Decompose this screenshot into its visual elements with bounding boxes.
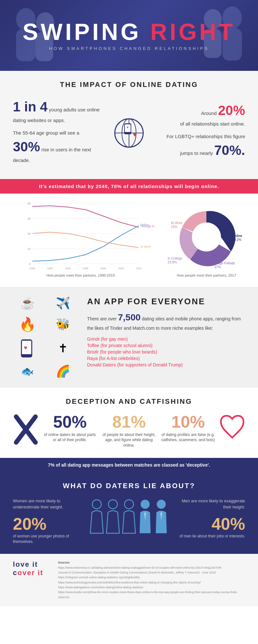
app-content: AN APP FOR EVERYONE There are over 7,500… [87,297,245,369]
deception-section: DECEPTION AND CATFISHING 50% of online d… [0,388,258,458]
app-item-2: Toffee (for private school alumni) [87,343,245,348]
men-text: Men are more likely to exaggerate their … [177,498,245,510]
icon-phone: ♥ [13,339,42,358]
stat2-prefix: The 55-64 age group will see a [13,130,79,136]
stat3-suffix: of all relationships start online. [180,121,245,127]
deception-desc-1: of online daters lie about parts or all … [42,432,98,443]
icon-rainbow: 🌈 [48,365,77,378]
globe-icon: ♥ ♥ [110,114,148,152]
app-item-5: Donald Daters (for supporters of Donald … [87,362,245,367]
svg-text:Online: Online [140,223,149,226]
svg-text:1995: 1995 [83,267,88,270]
line-chart-svg: 40 30 20 10 0 1980 1985 1990 1995 2000 2… [6,200,155,271]
lie-right: Men are more likely to exaggerate their … [177,498,245,539]
heart-outline-icon [219,413,245,442]
line-chart-container: 40 30 20 10 0 1980 1985 1990 1995 2000 2… [6,200,155,271]
sources-label: Sources [58,560,245,565]
impact-title: THE IMPACT OF ONLINE DATING [13,80,245,89]
header-subtitle: HOW SMARTPHONES CHANGED RELATIONSHIPS [49,46,209,51]
icon-fire: 🔥 [13,317,42,332]
source-6: https://www.bustle.com/p/how-do-most-cou… [58,591,238,599]
deception-stat-2: 81% of people lie about their height, ag… [101,413,157,448]
line-chart-title: How people meet their partners, 1980-201… [6,273,155,277]
deception-numbers: 50% of online daters lie about parts or … [42,413,216,448]
deception-desc-2: of people lie about their height, age, a… [101,432,157,448]
stat4-num: 70%. [214,143,245,158]
source-4: https://www.technologyreview.com/s/60950… [58,581,201,584]
app-section: ☕ ✈️ 🔥 🐝 ♥ ✝ 🐟 🌈 AN APP FOR EVERYONE The… [0,287,258,388]
deception-stats: 50% of online daters lie about parts or … [13,413,245,448]
svg-text:27%: 27% [214,265,221,269]
app-item-3: Bristlr (for people who love beards) [87,349,245,355]
svg-text:In College: In College [168,257,182,260]
stat3-prefix: Around [201,110,216,116]
donut-chart-svg: Online 30.2% Through Friends 27% In Coll… [164,200,248,271]
line-chart: 40 30 20 10 0 1980 1985 1990 1995 2000 2… [6,200,155,277]
heart-icon-container [219,413,245,442]
deception-desc-3: of dating profiles are false (e.g. catfi… [160,432,216,443]
stat2-num: 30% [13,139,40,154]
svg-text:♥: ♥ [133,131,137,138]
icon-plane: ✈️ [48,297,77,310]
app-item-4: Raya (for A-list celebrities) [87,356,245,361]
svg-text:19%: 19% [171,225,177,229]
svg-text:2005: 2005 [118,267,124,270]
x-icon-container [13,413,39,446]
app-title: AN APP FOR EVERYONE [87,297,245,307]
impact-section: THE IMPACT OF ONLINE DATING 1 in 4 young… [0,71,258,179]
source-5: https://www.datingadvice.com/online-dati… [58,586,143,589]
svg-text:30: 30 [27,217,31,220]
lie-section: WHAT DO DATERS LIE ABOUT? Women are more… [0,472,258,554]
pink-banner: It's estimated that by 2040, 70% of all … [0,179,258,194]
impact-grid: 1 in 4 young adults use online dating we… [13,97,245,169]
source-1: https://www.eharmony.co.uk/dating-advice… [58,566,222,569]
logo-cover: cover it [13,569,52,577]
men-pct-desc: of men lie about their jobs or interests… [177,534,245,539]
source-3: https://infogram.com/uk-online-dating-st… [58,576,140,579]
donut-chart: Online 30.2% Through Friends 27% In Coll… [161,200,252,277]
svg-text:0: 0 [29,262,31,266]
impact-stat-1: 1 in 4 young adults use online dating we… [13,97,100,124]
svg-point-36 [192,223,221,251]
footer: love it cover it Sources https://www.eha… [0,554,258,606]
donut-container: Online 30.2% Through Friends 27% In Coll… [161,200,252,277]
app-num: 7,500 [118,312,141,322]
stat3-num: 20% [218,103,245,118]
svg-text:At Work: At Work [171,221,183,225]
svg-text:23.8%: 23.8% [168,260,177,264]
logo-love: love it [13,560,52,569]
svg-text:20: 20 [27,232,31,235]
svg-text:1980: 1980 [29,267,35,270]
impact-stat-3: Around 20% of all relationships start on… [158,100,245,128]
svg-text:40: 40 [27,202,31,205]
deception-pct-1: 50% [42,413,98,430]
svg-point-54 [124,500,134,509]
icon-bee: 🐝 [48,317,77,331]
svg-point-57 [157,500,166,509]
svg-text:At Work: At Work [140,245,151,248]
footer-logo: love it cover it [13,560,52,577]
stat1-num: 1 in 4 [13,99,47,114]
men-pct: 40% [177,514,245,534]
svg-text:Through Friends: Through Friends [211,261,235,265]
phone-heart-icon: ♥ [19,339,35,358]
svg-text:1990: 1990 [65,267,71,270]
people-figures-svg [89,498,169,540]
impact-left: 1 in 4 young adults use online dating we… [13,97,100,169]
svg-point-50 [92,500,101,509]
footer-sources: Sources https://www.eharmony.co.uk/datin… [58,560,245,600]
svg-point-56 [141,500,150,509]
svg-text:Online: Online [232,234,243,238]
charts-section: 40 30 20 10 0 1980 1985 1990 1995 2000 2… [0,194,258,287]
svg-text:2000: 2000 [100,267,106,270]
deception-title: DECEPTION AND CATFISHING [13,397,245,406]
dark-banner: 7% of all dating app messages between ma… [0,458,258,472]
deception-pct-2: 81% [101,413,157,430]
svg-point-52 [108,500,117,509]
women-pct: 20% [13,514,81,534]
header-title-highlight: RIGHT [150,19,235,45]
impact-right: Around 20% of all relationships start on… [158,100,245,166]
icon-coffee: ☕ [13,297,42,310]
lie-content: Women are more likely to underestimate t… [13,498,245,545]
deception-pct-3: 10% [160,413,216,430]
